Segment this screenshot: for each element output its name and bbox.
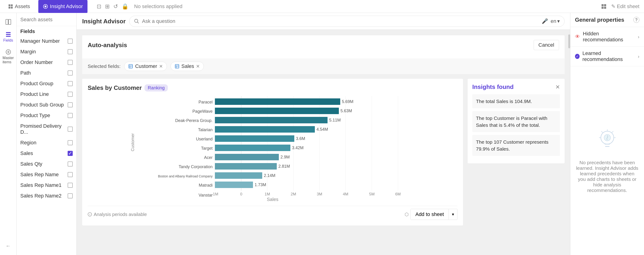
field-checkbox[interactable]: ✓ xyxy=(68,151,73,156)
assets-icon xyxy=(8,4,13,9)
svg-rect-9 xyxy=(604,7,606,9)
share-icon[interactable]: ⬡ xyxy=(405,211,408,217)
hidden-recommendations-label: Hidden recommendations xyxy=(583,31,638,43)
edit-icon: ✎ xyxy=(611,4,616,10)
field-item[interactable]: Manager Number xyxy=(16,36,76,47)
field-checkbox[interactable] xyxy=(68,60,73,65)
add-to-sheet-dropdown-button[interactable]: ▾ xyxy=(449,209,457,219)
svg-text:Deak-Perera Group.: Deak-Perera Group. xyxy=(175,118,212,123)
svg-text:2.81M: 2.81M xyxy=(278,164,290,169)
lightbulb-illustration xyxy=(596,128,619,156)
svg-text:3.6M: 3.6M xyxy=(296,136,305,141)
toolbar-icons: ⊡ ⊞ ↺ 🔒 No selections applied xyxy=(97,3,182,10)
field-checkbox[interactable] xyxy=(68,127,73,132)
help-icon[interactable]: ? xyxy=(634,17,640,23)
top-bar: Assets Insight Advisor ⊡ ⊞ ↺ 🔒 No select… xyxy=(0,0,644,13)
svg-rect-3 xyxy=(11,7,13,9)
field-item[interactable]: Product Type xyxy=(16,110,76,121)
assets-label: Assets xyxy=(15,4,30,10)
svg-line-83 xyxy=(601,131,603,133)
field-checkbox[interactable] xyxy=(68,49,73,54)
svg-rect-53 xyxy=(215,145,290,151)
field-checkbox[interactable] xyxy=(68,113,73,118)
add-to-sheet-button-group[interactable]: Add to sheet ▾ xyxy=(410,209,458,220)
sidebar-item-panels[interactable] xyxy=(1,17,16,27)
insight-advisor-nav-item[interactable]: Insight Advisor xyxy=(38,0,88,13)
svg-rect-14 xyxy=(6,36,10,37)
scrollbar-thumb[interactable] xyxy=(568,35,570,48)
svg-rect-62 xyxy=(215,172,262,179)
field-checkbox[interactable] xyxy=(68,81,73,86)
customer-chip-close[interactable]: ✕ xyxy=(159,64,163,69)
svg-text:Target: Target xyxy=(201,146,212,151)
insights-close-button[interactable]: ✕ xyxy=(555,84,560,90)
check-circle-icon: ✓ xyxy=(575,54,580,59)
assets-nav-item[interactable]: Assets xyxy=(4,4,34,10)
sidebar-item-master-items[interactable]: Master items xyxy=(1,47,16,67)
field-checkbox[interactable] xyxy=(68,92,73,97)
microphone-icon[interactable]: 🎤 xyxy=(542,18,548,24)
center-content: Insight Advisor 🎤 en ▾ Auto-analysis xyxy=(77,13,570,255)
search-bar[interactable]: 🎤 en ▾ xyxy=(129,16,564,27)
scan-icon[interactable]: ⊡ xyxy=(97,3,101,10)
grid-view-button[interactable] xyxy=(601,4,606,9)
sidebar-item-fields[interactable]: Fields xyxy=(1,29,16,45)
lock-icon[interactable]: 🔒 xyxy=(122,3,128,10)
cancel-button[interactable]: Cancel xyxy=(534,40,559,50)
search-input[interactable] xyxy=(20,17,73,23)
sidebar-collapse-button[interactable]: ← xyxy=(1,241,16,251)
svg-rect-38 xyxy=(215,98,340,105)
content-scrollbar[interactable] xyxy=(568,30,570,255)
field-checkbox[interactable] xyxy=(68,71,73,76)
field-checkbox[interactable] xyxy=(68,102,73,107)
learned-recommendations-item[interactable]: ✓ Learned recommendations › xyxy=(570,47,644,66)
insight-advisor-icon xyxy=(43,4,48,9)
field-item[interactable]: Product Group xyxy=(16,78,76,89)
field-item[interactable]: Region xyxy=(16,137,76,148)
svg-text:Acer: Acer xyxy=(204,155,212,160)
field-checkbox[interactable] xyxy=(68,183,73,188)
field-name: Product Sub Group xyxy=(20,102,64,108)
field-checkbox[interactable] xyxy=(68,39,73,44)
chart-actions: ⬡ Add to sheet ▾ xyxy=(405,209,458,220)
svg-rect-12 xyxy=(6,32,10,33)
svg-text:4.54M: 4.54M xyxy=(316,127,328,132)
edit-sheet-button[interactable]: ✎ Edit sheet xyxy=(611,4,640,10)
field-name: Promised Delivery D... xyxy=(20,123,68,135)
field-checkbox[interactable] xyxy=(68,140,73,145)
undo-icon[interactable]: ↺ xyxy=(113,3,118,10)
field-item[interactable]: Product Line xyxy=(16,89,76,100)
field-checkbox[interactable] xyxy=(68,193,73,198)
field-name: Product Line xyxy=(20,91,49,97)
language-selector[interactable]: en ▾ xyxy=(551,18,560,24)
ranking-badge: Ranking xyxy=(144,84,168,92)
field-item[interactable]: Margin xyxy=(16,47,76,57)
hidden-recommendations-item[interactable]: 👁 Hidden recommendations › xyxy=(570,27,644,47)
field-name: Path xyxy=(20,70,31,76)
fields-label: Fields xyxy=(3,38,13,43)
field-item[interactable]: Sales Rep Name xyxy=(16,169,76,180)
field-checkbox[interactable] xyxy=(68,172,73,177)
sales-chip-icon xyxy=(174,64,180,69)
field-item[interactable]: Sales Qty xyxy=(16,159,76,169)
bar-chart-svg: Paracel 5.69M PageWave 5.63M Deak-Perera… xyxy=(88,96,458,198)
learned-recommendations-label: Learned recommendations xyxy=(582,50,638,62)
icon-sidebar: Fields Master items ← xyxy=(0,13,16,255)
field-name: Manager Number xyxy=(20,38,60,44)
sales-chip-close[interactable]: ✕ xyxy=(196,64,200,69)
add-to-sheet-main-button[interactable]: Add to sheet xyxy=(411,209,449,220)
auto-analysis-area: Auto-analysis Cancel Selected fields: xyxy=(77,30,570,255)
ask-question-input[interactable] xyxy=(142,18,539,24)
field-item[interactable]: Sales Rep Name2 xyxy=(16,190,76,201)
field-item[interactable]: Promised Delivery D... xyxy=(16,121,76,137)
svg-rect-0 xyxy=(8,5,10,6)
field-item[interactable]: Sales✓ xyxy=(16,148,76,159)
field-checkbox[interactable] xyxy=(68,161,73,166)
select-icon[interactable]: ⊞ xyxy=(105,3,110,10)
field-item[interactable]: Product Sub Group xyxy=(16,100,76,110)
lang-label: en xyxy=(551,18,556,24)
field-item[interactable]: Path xyxy=(16,68,76,78)
svg-text:Boston and Albany Railroad Com: Boston and Albany Railroad Company xyxy=(158,174,212,178)
field-item[interactable]: Sales Rep Name1 xyxy=(16,180,76,190)
field-item[interactable]: Order Number xyxy=(16,57,76,68)
